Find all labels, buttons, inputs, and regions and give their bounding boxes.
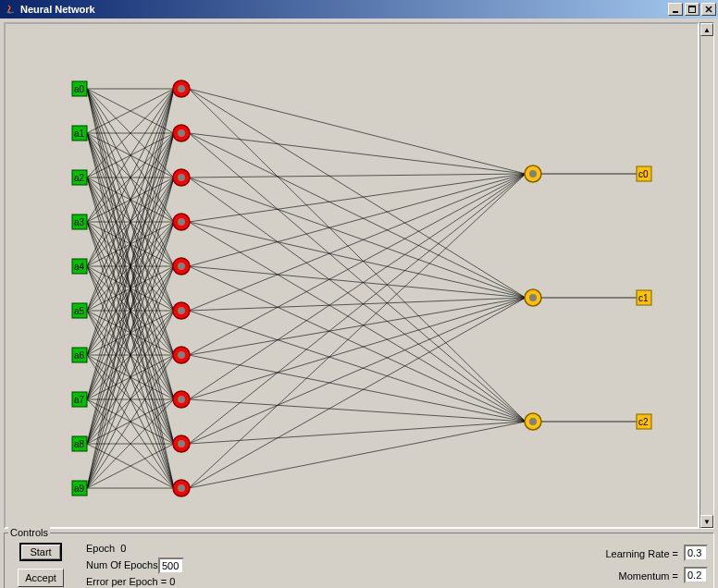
svg-point-139	[178, 218, 185, 226]
epoch-value: 0	[120, 543, 126, 554]
svg-line-116	[189, 266, 526, 298]
window-buttons	[668, 3, 716, 16]
epoch-label-text: Epoch	[86, 543, 115, 554]
svg-line-110	[189, 178, 526, 298]
output-box-label: c1	[638, 293, 649, 303]
close-button[interactable]	[701, 3, 716, 16]
maximize-button[interactable]	[685, 3, 699, 16]
network-diagram: a0a1a2a3a4a5a6a7a8a9c0c1c2	[6, 24, 698, 527]
input-node-label: a8	[74, 439, 85, 449]
svg-line-125	[189, 298, 526, 399]
num-epochs-label: Num Of Epochs	[86, 559, 158, 570]
momentum-input[interactable]	[684, 567, 708, 583]
svg-point-148	[529, 418, 537, 425]
num-epochs-input[interactable]	[158, 557, 184, 574]
svg-point-137	[178, 129, 185, 137]
svg-line-121	[189, 174, 526, 355]
svg-rect-2	[688, 6, 696, 7]
svg-point-147	[529, 294, 537, 301]
input-node-label: a2	[74, 173, 85, 183]
error-label-text: Error per Epoch =	[86, 576, 167, 587]
svg-line-103	[189, 89, 526, 174]
svg-line-118	[189, 174, 526, 311]
input-node-label: a4	[74, 262, 85, 272]
controls-panel: Controls Start Accept Epoch 0 Num Of Epo…	[4, 533, 714, 588]
window-titlebar: Neural Network	[0, 0, 718, 18]
window-title: Neural Network	[20, 4, 95, 15]
java-icon	[4, 3, 17, 16]
svg-line-109	[189, 174, 526, 178]
svg-line-104	[189, 89, 526, 298]
epoch-label: Epoch 0	[86, 543, 126, 554]
learning-rate-label: Learning Rate =	[605, 548, 678, 559]
svg-line-112	[189, 174, 526, 222]
svg-line-123	[189, 355, 526, 422]
learning-rate-input[interactable]	[684, 545, 708, 561]
accept-button[interactable]: Accept	[18, 569, 64, 587]
svg-point-141	[178, 307, 185, 314]
svg-point-140	[178, 263, 185, 270]
minimize-button[interactable]	[668, 3, 683, 16]
svg-line-130	[189, 174, 526, 488]
svg-line-126	[189, 399, 526, 422]
svg-line-105	[189, 89, 526, 422]
start-button[interactable]: Start	[19, 543, 62, 561]
input-node-label: a9	[74, 484, 85, 494]
svg-line-128	[189, 298, 526, 444]
svg-line-120	[189, 311, 526, 422]
svg-point-144	[178, 440, 185, 447]
momentum-label: Momentum =	[619, 570, 679, 582]
controls-group-label: Controls	[8, 527, 50, 538]
output-box-label: c2	[638, 417, 649, 427]
input-node-label: a7	[74, 395, 85, 405]
svg-line-114	[189, 222, 526, 422]
svg-line-107	[189, 133, 526, 298]
scroll-down-button[interactable]: ▼	[700, 515, 713, 528]
svg-point-143	[178, 396, 185, 403]
svg-line-132	[189, 422, 526, 488]
error-value: 0	[169, 576, 175, 587]
svg-point-136	[178, 85, 185, 92]
input-node-label: a3	[74, 217, 85, 227]
svg-point-142	[178, 351, 185, 359]
network-canvas: a0a1a2a3a4a5a6a7a8a9c0c1c2	[4, 22, 699, 529]
svg-point-145	[178, 484, 185, 492]
input-node-label: a6	[74, 350, 85, 361]
vertical-scrollbar[interactable]: ▲ ▼	[699, 22, 714, 529]
input-node-label: a1	[74, 129, 85, 139]
svg-point-146	[529, 170, 537, 178]
svg-line-115	[189, 174, 526, 266]
svg-line-117	[189, 266, 526, 422]
error-label: Error per Epoch = 0	[86, 576, 175, 587]
scroll-up-button[interactable]: ▲	[700, 23, 713, 36]
input-node-label: a0	[74, 84, 85, 94]
svg-point-138	[178, 174, 185, 181]
svg-line-108	[189, 133, 526, 422]
window-content: a0a1a2a3a4a5a6a7a8a9c0c1c2 ▲ ▼ Controls …	[0, 18, 718, 588]
input-node-label: a5	[74, 306, 85, 316]
output-box-label: c0	[638, 169, 649, 179]
svg-line-106	[189, 133, 526, 174]
svg-line-129	[189, 422, 526, 444]
svg-rect-0	[673, 11, 678, 13]
